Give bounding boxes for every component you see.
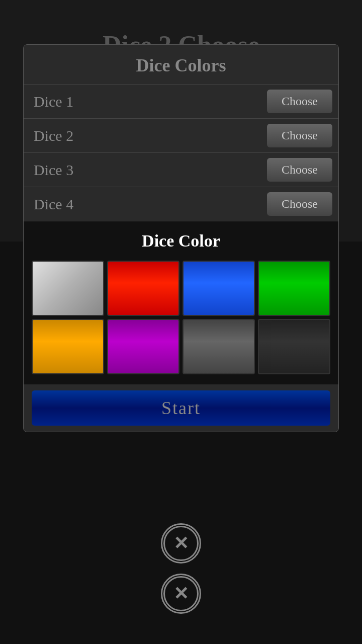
close-icon-2: ✕	[163, 576, 199, 611]
start-button[interactable]: Start	[32, 390, 330, 426]
start-button-container: Start	[24, 384, 338, 432]
color-option-gray[interactable]	[183, 319, 255, 374]
dice-row-1: Dice 1 Choose	[24, 84, 338, 118]
dialog-title: Dice Colors	[24, 45, 338, 84]
color-grid	[32, 261, 330, 374]
color-picker-title: Dice Color	[32, 231, 330, 251]
dice-4-label: Dice 4	[24, 196, 267, 213]
bottom-controls: ✕ ✕	[161, 523, 201, 614]
close-button-2[interactable]: ✕	[161, 574, 201, 614]
dice-row-2: Dice 2 Choose	[24, 118, 338, 152]
dice-1-label: Dice 1	[24, 93, 267, 110]
color-option-white[interactable]	[32, 261, 104, 316]
dice-2-label: Dice 2	[24, 127, 267, 144]
dice-2-choose-button[interactable]: Choose	[267, 124, 332, 147]
color-option-gold[interactable]	[32, 319, 104, 374]
dice-4-choose-button[interactable]: Choose	[267, 192, 332, 216]
screen: Dice 2 Choose Dice Colors Dice 1 Choose …	[0, 0, 362, 644]
dice-row-3: Dice 3 Choose	[24, 152, 338, 187]
color-option-red[interactable]	[107, 261, 179, 316]
color-option-purple[interactable]	[107, 319, 179, 374]
dice-3-label: Dice 3	[24, 162, 267, 179]
dice-1-choose-button[interactable]: Choose	[267, 90, 332, 113]
color-option-dark[interactable]	[258, 319, 330, 374]
close-icon-1: ✕	[163, 526, 199, 561]
color-option-blue[interactable]	[183, 261, 255, 316]
dice-row-4: Dice 4 Choose	[24, 187, 338, 221]
color-option-green[interactable]	[258, 261, 330, 316]
color-picker-section: Dice Color	[24, 221, 338, 384]
dice-3-choose-button[interactable]: Choose	[267, 158, 332, 182]
close-button-1[interactable]: ✕	[161, 523, 201, 564]
main-dialog: Dice Colors Dice 1 Choose Dice 2 Choose …	[23, 44, 339, 432]
